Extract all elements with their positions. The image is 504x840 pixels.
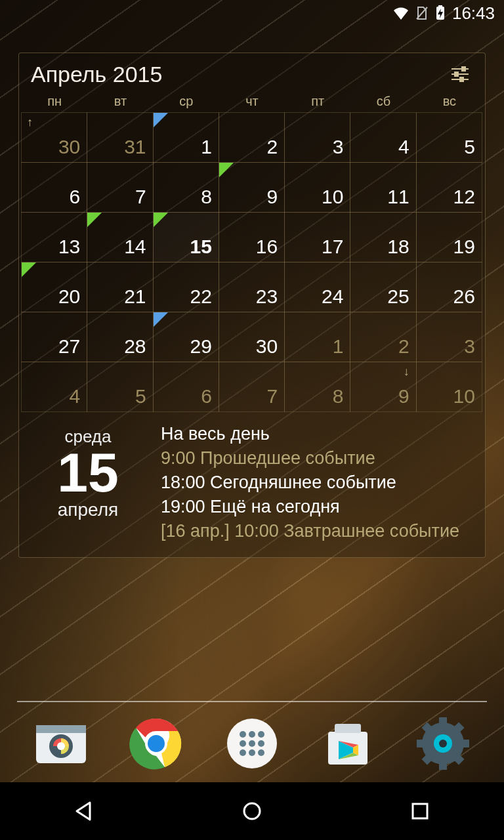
day-number: 28 (124, 335, 146, 358)
day-number: 31 (124, 136, 146, 158)
day-number: 15 (190, 236, 211, 258)
day-number: 18 (387, 236, 409, 258)
svg-point-23 (258, 740, 264, 747)
day-number: 6 (70, 186, 81, 208)
chrome-app[interactable] (125, 712, 188, 775)
month-title[interactable]: Апрель 2015 (31, 62, 162, 87)
day-number: 3 (333, 136, 344, 158)
calendar-cell[interactable]: 24 (284, 262, 350, 312)
event-marker-icon (154, 312, 168, 327)
calendar-cell[interactable]: 11 (350, 162, 416, 213)
calendar-cell[interactable]: 1 (284, 312, 350, 362)
calendar-cell[interactable]: 25 (350, 262, 416, 312)
calendar-cell[interactable]: 6 (21, 162, 87, 213)
back-button[interactable] (45, 791, 123, 831)
day-number: 11 (387, 186, 409, 208)
svg-point-22 (249, 740, 255, 747)
day-number: 5 (464, 136, 475, 158)
svg-point-13 (57, 742, 65, 750)
svg-rect-7 (455, 72, 458, 76)
sliders-icon (450, 66, 470, 83)
calendar-cell[interactable]: 22 (153, 262, 219, 312)
svg-point-21 (240, 740, 246, 747)
calendar-cell[interactable]: 13 (21, 212, 87, 262)
calendar-cell[interactable]: 30 (219, 312, 285, 362)
calendar-cell[interactable]: 1 (153, 112, 219, 163)
calendar-cell[interactable]: 2 (219, 112, 285, 163)
calendar-cell[interactable]: 4 (350, 112, 416, 163)
calendar-cell[interactable]: 28 (87, 312, 153, 362)
calendar-cell[interactable]: 12 (416, 162, 482, 213)
calendar-cell[interactable]: 26 (416, 262, 482, 312)
svg-point-24 (240, 749, 246, 756)
calendar-cell[interactable]: 10 (284, 162, 350, 213)
event-item[interactable]: 19:00 Ещё на сегодня (161, 497, 472, 517)
svg-point-44 (244, 803, 260, 819)
event-item[interactable]: 9:00 Прошедшее событие (161, 448, 472, 469)
play-store-app[interactable] (316, 712, 379, 775)
svg-rect-45 (413, 804, 427, 818)
event-item[interactable]: На весь день (161, 424, 472, 444)
calendar-cell[interactable]: 5 (416, 112, 482, 163)
calendar-cell[interactable]: 8 (284, 362, 350, 412)
day-number: 19 (453, 236, 475, 258)
settings-app[interactable] (411, 712, 474, 775)
calendar-cell[interactable]: 3 (284, 112, 350, 163)
day-number: 27 (58, 335, 80, 358)
calendar-cell[interactable]: 10 (416, 362, 482, 412)
svg-rect-28 (335, 724, 361, 733)
day-number: 5 (135, 385, 146, 408)
calendar-cell[interactable]: 21 (87, 262, 153, 312)
day-number: 10 (322, 186, 343, 208)
calendar-cell[interactable]: 6 (153, 362, 219, 412)
calendar-cell[interactable]: 15 (153, 212, 219, 262)
calendar-cell[interactable]: 23 (219, 262, 285, 312)
calendar-cell[interactable]: 7 (219, 362, 285, 412)
calendar-cell[interactable]: 19 (416, 212, 482, 262)
battery-charging-icon (435, 5, 446, 21)
day-number: 10 (453, 385, 475, 408)
svg-rect-38 (439, 761, 447, 770)
calendar-cell[interactable]: 5 (87, 362, 153, 412)
recents-button[interactable] (381, 791, 459, 831)
day-number: 7 (266, 385, 278, 408)
home-button[interactable] (213, 791, 291, 831)
day-number: 25 (387, 285, 409, 308)
calendar-cell[interactable]: 29 (153, 312, 219, 362)
selected-day-block[interactable]: среда 15 апреля (32, 424, 144, 541)
day-number: 7 (135, 186, 146, 208)
svg-point-19 (249, 731, 255, 738)
widget-settings-button[interactable] (447, 61, 473, 87)
calendar-cell[interactable]: 17 (284, 212, 350, 262)
day-number: 2 (398, 335, 410, 358)
day-number: 21 (124, 285, 146, 308)
day-number: 4 (70, 385, 81, 408)
calendar-cell[interactable]: 3 (416, 312, 482, 362)
day-number: 29 (190, 335, 211, 358)
day-number: 2 (266, 136, 278, 158)
calendar-cell[interactable]: ↑30 (21, 112, 87, 163)
event-item[interactable]: 18:00 Сегодняшнее событие (161, 472, 472, 493)
calendar-cell[interactable]: 8 (153, 162, 219, 213)
calendar-cell[interactable]: 2 (350, 312, 416, 362)
calendar-cell[interactable]: 7 (87, 162, 153, 213)
camera-app[interactable] (30, 712, 93, 775)
svg-point-20 (258, 731, 264, 738)
calendar-cell[interactable]: 18 (350, 212, 416, 262)
calendar-cell[interactable]: 27 (21, 312, 87, 362)
day-number: 30 (256, 335, 278, 358)
app-drawer-button[interactable] (220, 712, 284, 775)
calendar-cell[interactable]: 16 (219, 212, 285, 262)
calendar-widget: Апрель 2015 пн вт ср чт пт сб вс ↑303112… (18, 52, 486, 558)
day-number: 4 (398, 136, 410, 158)
calendar-cell[interactable]: ↓9 (350, 362, 416, 412)
next-month-icon: ↓ (404, 365, 410, 379)
calendar-cell[interactable]: 14 (87, 212, 153, 262)
calendar-cell[interactable]: 4 (21, 362, 87, 412)
svg-point-25 (249, 749, 255, 756)
calendar-cell[interactable]: 9 (219, 162, 285, 213)
event-item[interactable]: [16 апр.] 10:00 Завтрашнее событие (161, 521, 472, 541)
weekday-header: пн вт ср чт пт сб вс (19, 91, 485, 113)
calendar-cell[interactable]: 31 (87, 112, 153, 163)
calendar-cell[interactable]: 20 (21, 262, 87, 312)
